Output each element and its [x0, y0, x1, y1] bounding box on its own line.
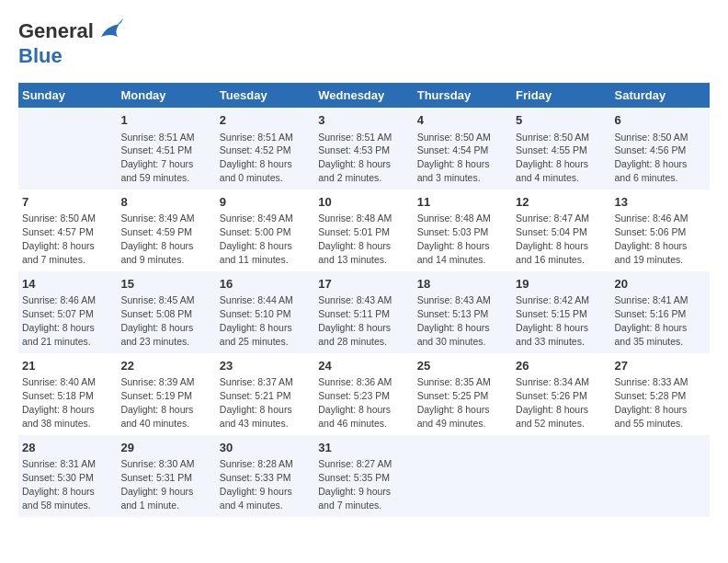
- day-info: Sunrise: 8:39 AM Sunset: 5:19 PM Dayligh…: [120, 376, 194, 429]
- calendar-cell: [611, 435, 710, 517]
- weekday-header-wednesday: Wednesday: [314, 83, 413, 108]
- calendar-cell: 19Sunrise: 8:42 AM Sunset: 5:15 PM Dayli…: [512, 271, 610, 353]
- calendar-cell: 15Sunrise: 8:45 AM Sunset: 5:08 PM Dayli…: [117, 271, 215, 353]
- day-number: 18: [417, 276, 508, 293]
- day-number: 31: [318, 440, 409, 456]
- calendar-cell: 23Sunrise: 8:37 AM Sunset: 5:21 PM Dayli…: [216, 353, 314, 435]
- day-number: 1: [120, 112, 211, 129]
- day-number: 11: [417, 194, 508, 211]
- day-number: 17: [318, 276, 409, 293]
- day-info: Sunrise: 8:43 AM Sunset: 5:13 PM Dayligh…: [417, 294, 491, 347]
- calendar-week-3: 14Sunrise: 8:46 AM Sunset: 5:07 PM Dayli…: [18, 271, 710, 353]
- day-info: Sunrise: 8:35 AM Sunset: 5:25 PM Dayligh…: [417, 376, 491, 429]
- calendar-cell: 24Sunrise: 8:36 AM Sunset: 5:23 PM Dayli…: [314, 353, 413, 435]
- calendar-cell: 6Sunrise: 8:50 AM Sunset: 4:56 PM Daylig…: [611, 108, 710, 190]
- day-number: 19: [516, 276, 607, 293]
- day-info: Sunrise: 8:46 AM Sunset: 5:06 PM Dayligh…: [615, 213, 688, 265]
- calendar-cell: 17Sunrise: 8:43 AM Sunset: 5:11 PM Dayli…: [314, 271, 413, 353]
- weekday-header-sunday: Sunday: [18, 83, 117, 108]
- day-info: Sunrise: 8:28 AM Sunset: 5:33 PM Dayligh…: [220, 458, 293, 511]
- day-number: 29: [120, 440, 211, 456]
- day-info: Sunrise: 8:33 AM Sunset: 5:28 PM Dayligh…: [615, 376, 688, 429]
- day-number: 30: [220, 440, 311, 456]
- calendar-header: SundayMondayTuesdayWednesdayThursdayFrid…: [18, 83, 710, 108]
- logo: General Blue: [18, 18, 123, 68]
- day-number: 27: [615, 358, 706, 374]
- day-info: Sunrise: 8:51 AM Sunset: 4:51 PM Dayligh…: [120, 132, 194, 184]
- calendar-week-5: 28Sunrise: 8:31 AM Sunset: 5:30 PM Dayli…: [18, 435, 710, 517]
- calendar-cell: [512, 435, 610, 517]
- day-number: 13: [615, 194, 706, 211]
- day-info: Sunrise: 8:50 AM Sunset: 4:55 PM Dayligh…: [516, 132, 589, 184]
- day-number: 15: [120, 276, 211, 293]
- day-number: 10: [318, 194, 409, 211]
- day-info: Sunrise: 8:34 AM Sunset: 5:26 PM Dayligh…: [516, 376, 589, 429]
- day-info: Sunrise: 8:31 AM Sunset: 5:30 PM Dayligh…: [22, 458, 96, 511]
- day-info: Sunrise: 8:46 AM Sunset: 5:07 PM Dayligh…: [22, 294, 96, 347]
- calendar-cell: 18Sunrise: 8:43 AM Sunset: 5:13 PM Dayli…: [414, 271, 512, 353]
- day-info: Sunrise: 8:50 AM Sunset: 4:54 PM Dayligh…: [417, 132, 491, 184]
- calendar-cell: 27Sunrise: 8:33 AM Sunset: 5:28 PM Dayli…: [611, 353, 710, 435]
- day-info: Sunrise: 8:40 AM Sunset: 5:18 PM Dayligh…: [22, 376, 96, 429]
- day-number: 28: [22, 440, 113, 456]
- logo-general-text: General: [18, 19, 94, 43]
- day-number: 25: [417, 358, 508, 374]
- day-info: Sunrise: 8:51 AM Sunset: 4:53 PM Dayligh…: [318, 132, 392, 184]
- day-info: Sunrise: 8:27 AM Sunset: 5:35 PM Dayligh…: [318, 458, 392, 511]
- day-info: Sunrise: 8:41 AM Sunset: 5:16 PM Dayligh…: [615, 294, 688, 347]
- calendar-cell: 25Sunrise: 8:35 AM Sunset: 5:25 PM Dayli…: [414, 353, 512, 435]
- logo-blue-text: Blue: [18, 44, 63, 67]
- day-info: Sunrise: 8:36 AM Sunset: 5:23 PM Dayligh…: [318, 376, 392, 429]
- day-info: Sunrise: 8:42 AM Sunset: 5:15 PM Dayligh…: [516, 294, 589, 347]
- day-number: 7: [22, 194, 113, 211]
- day-info: Sunrise: 8:49 AM Sunset: 4:59 PM Dayligh…: [120, 213, 194, 265]
- day-number: 12: [516, 194, 607, 211]
- day-number: 24: [318, 358, 409, 374]
- calendar-cell: 20Sunrise: 8:41 AM Sunset: 5:16 PM Dayli…: [611, 271, 710, 353]
- day-number: 3: [318, 112, 409, 129]
- calendar-cell: 30Sunrise: 8:28 AM Sunset: 5:33 PM Dayli…: [216, 435, 314, 517]
- calendar-cell: 2Sunrise: 8:51 AM Sunset: 4:52 PM Daylig…: [216, 108, 314, 190]
- logo-bird-icon: [94, 18, 123, 44]
- day-info: Sunrise: 8:47 AM Sunset: 5:04 PM Dayligh…: [516, 213, 589, 265]
- calendar-cell: 5Sunrise: 8:50 AM Sunset: 4:55 PM Daylig…: [512, 108, 610, 190]
- day-info: Sunrise: 8:44 AM Sunset: 5:10 PM Dayligh…: [220, 294, 293, 347]
- calendar-cell: 16Sunrise: 8:44 AM Sunset: 5:10 PM Dayli…: [216, 271, 314, 353]
- day-number: 6: [615, 112, 706, 129]
- calendar-cell: [18, 108, 117, 190]
- calendar-cell: 22Sunrise: 8:39 AM Sunset: 5:19 PM Dayli…: [117, 353, 215, 435]
- day-info: Sunrise: 8:50 AM Sunset: 4:57 PM Dayligh…: [22, 213, 96, 265]
- day-number: 14: [22, 276, 113, 293]
- weekday-header-thursday: Thursday: [414, 83, 512, 108]
- calendar-week-4: 21Sunrise: 8:40 AM Sunset: 5:18 PM Dayli…: [18, 353, 710, 435]
- day-number: 2: [220, 112, 311, 129]
- weekday-header-monday: Monday: [117, 83, 215, 108]
- calendar-cell: 31Sunrise: 8:27 AM Sunset: 5:35 PM Dayli…: [314, 435, 413, 517]
- day-number: 8: [120, 194, 211, 211]
- calendar-week-2: 7Sunrise: 8:50 AM Sunset: 4:57 PM Daylig…: [18, 190, 710, 271]
- day-number: 26: [516, 358, 607, 374]
- day-info: Sunrise: 8:51 AM Sunset: 4:52 PM Dayligh…: [220, 132, 293, 184]
- day-info: Sunrise: 8:45 AM Sunset: 5:08 PM Dayligh…: [120, 294, 194, 347]
- day-number: 22: [120, 358, 211, 374]
- day-info: Sunrise: 8:50 AM Sunset: 4:56 PM Dayligh…: [615, 132, 688, 184]
- day-number: 9: [220, 194, 311, 211]
- calendar-cell: 10Sunrise: 8:48 AM Sunset: 5:01 PM Dayli…: [314, 190, 413, 271]
- calendar-cell: 13Sunrise: 8:46 AM Sunset: 5:06 PM Dayli…: [611, 190, 710, 271]
- calendar-cell: 26Sunrise: 8:34 AM Sunset: 5:26 PM Dayli…: [512, 353, 610, 435]
- calendar-week-1: 1Sunrise: 8:51 AM Sunset: 4:51 PM Daylig…: [18, 108, 710, 190]
- calendar-cell: [414, 435, 512, 517]
- calendar-cell: 11Sunrise: 8:48 AM Sunset: 5:03 PM Dayli…: [414, 190, 512, 271]
- calendar-table: SundayMondayTuesdayWednesdayThursdayFrid…: [18, 83, 710, 517]
- day-number: 23: [220, 358, 311, 374]
- calendar-cell: 1Sunrise: 8:51 AM Sunset: 4:51 PM Daylig…: [117, 108, 215, 190]
- day-info: Sunrise: 8:30 AM Sunset: 5:31 PM Dayligh…: [120, 458, 194, 511]
- calendar-cell: 29Sunrise: 8:30 AM Sunset: 5:31 PM Dayli…: [117, 435, 215, 517]
- calendar-cell: 4Sunrise: 8:50 AM Sunset: 4:54 PM Daylig…: [414, 108, 512, 190]
- day-number: 16: [220, 276, 311, 293]
- day-info: Sunrise: 8:48 AM Sunset: 5:03 PM Dayligh…: [417, 213, 491, 265]
- weekday-header-friday: Friday: [512, 83, 610, 108]
- calendar-cell: 7Sunrise: 8:50 AM Sunset: 4:57 PM Daylig…: [18, 190, 117, 271]
- calendar-cell: 28Sunrise: 8:31 AM Sunset: 5:30 PM Dayli…: [18, 435, 117, 517]
- weekday-header-tuesday: Tuesday: [216, 83, 314, 108]
